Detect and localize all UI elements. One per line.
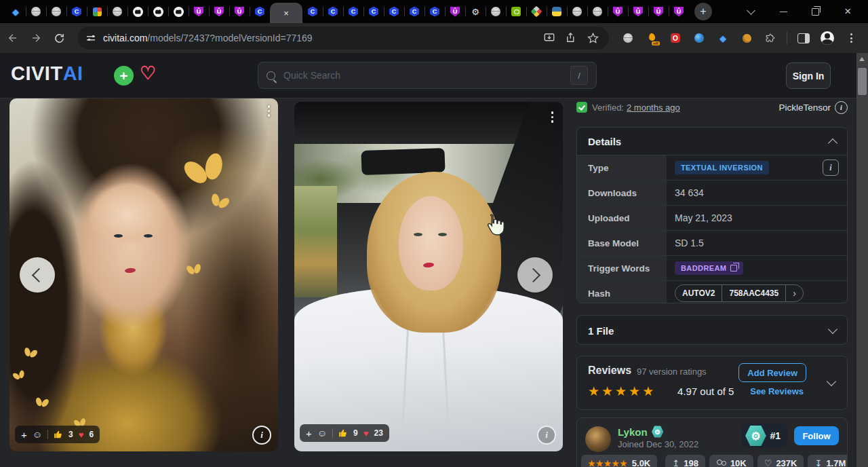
creator-stat-users[interactable]: 10K xyxy=(709,455,753,467)
image-info-button[interactable]: i xyxy=(252,426,271,445)
pinned-tab-globe[interactable] xyxy=(26,0,46,23)
thumbs-up-icon[interactable] xyxy=(338,428,348,438)
side-panel-button[interactable] xyxy=(796,31,811,45)
share-icon[interactable] xyxy=(565,32,577,44)
copy-icon[interactable] xyxy=(730,265,737,272)
supporter-heart-icon[interactable]: ♡ xyxy=(140,62,156,84)
tab-globe[interactable] xyxy=(587,0,608,23)
pinned-tab-civitai[interactable]: C xyxy=(66,0,87,23)
tab-ublock[interactable]: Û xyxy=(669,0,689,23)
add-reaction-button[interactable]: + xyxy=(21,429,27,441)
sign-in-button[interactable]: Sign In xyxy=(786,62,831,89)
verified-time-link[interactable]: 2 months ago xyxy=(627,102,680,113)
tab-ublock[interactable]: Û xyxy=(648,0,669,23)
restore-button[interactable] xyxy=(806,1,826,22)
heart-reaction-button[interactable]: ♥ xyxy=(363,428,369,438)
install-app-icon[interactable] xyxy=(543,32,555,44)
profile-button[interactable] xyxy=(820,31,835,45)
extension-cookie[interactable] xyxy=(739,31,754,45)
pinned-tab-globe[interactable] xyxy=(107,0,127,23)
tab-civitai[interactable]: C xyxy=(323,0,343,23)
hash-pill[interactable]: AUTOV2 758AAC4435 › xyxy=(675,284,804,302)
type-info-button[interactable]: i xyxy=(823,160,839,176)
creator-stat-downloads[interactable]: ↧1.7M xyxy=(808,455,848,467)
gallery-image-1[interactable]: + ☺ 3 ♥ 6 i xyxy=(9,98,278,451)
details-header[interactable]: Details xyxy=(577,128,847,155)
heart-reaction-button[interactable]: ♥ xyxy=(79,430,84,440)
smiley-reaction-button[interactable]: ☺ xyxy=(317,428,327,438)
type-badge[interactable]: TEXTUAL INVERSION xyxy=(675,161,769,174)
pinned-tab-ublock[interactable]: Û xyxy=(209,0,229,23)
tab-globe[interactable] xyxy=(567,0,587,23)
tab-search-button[interactable] xyxy=(741,1,762,22)
thumbs-up-icon[interactable] xyxy=(54,430,63,439)
new-tab-button[interactable]: + xyxy=(694,3,712,20)
add-review-button[interactable]: Add Review xyxy=(738,363,806,382)
site-info-icon[interactable] xyxy=(87,35,95,42)
forward-button[interactable] xyxy=(26,28,46,48)
creator-stat-stars[interactable]: ★★★★★5.0K xyxy=(581,455,657,467)
format-info-icon[interactable]: i xyxy=(835,101,848,114)
search-input[interactable] xyxy=(282,69,570,81)
reload-button[interactable] xyxy=(49,28,69,48)
creator-avatar[interactable] xyxy=(585,426,611,452)
scroll-up-arrow[interactable] xyxy=(859,57,865,61)
chevron-down-icon[interactable] xyxy=(827,377,836,386)
search-box[interactable]: / xyxy=(258,62,597,89)
smiley-reaction-button[interactable]: ☺ xyxy=(33,429,42,440)
pinned-tab-github[interactable] xyxy=(168,0,189,23)
see-reviews-link[interactable]: See Reviews xyxy=(750,386,804,396)
follow-button[interactable]: Follow xyxy=(794,426,839,445)
tab-civitai[interactable]: C xyxy=(404,0,425,23)
tab-civitai[interactable]: C xyxy=(425,0,445,23)
tab-gear[interactable]: ⚙ xyxy=(465,0,486,23)
pinned-tab-ublock[interactable]: Û xyxy=(189,0,209,23)
extension-gem[interactable]: ◆ xyxy=(715,31,730,45)
gallery-image-2[interactable]: + ☺ 9 ♥ 23 i xyxy=(294,102,563,451)
pinned-tab-github[interactable] xyxy=(148,0,168,23)
bookmark-star-icon[interactable] xyxy=(587,32,599,45)
hash-expand-button[interactable]: › xyxy=(786,285,803,301)
tab-ublock[interactable]: Û xyxy=(445,0,465,23)
page-scrollbar[interactable] xyxy=(856,53,868,467)
extension-opera[interactable]: O xyxy=(668,31,683,45)
image-menu-button[interactable] xyxy=(264,101,275,121)
active-tab[interactable]: × xyxy=(270,3,302,23)
extension-fireoff[interactable] xyxy=(644,31,659,45)
close-tab-icon[interactable]: × xyxy=(283,8,289,18)
tab-ublock[interactable]: Û xyxy=(608,0,628,23)
pinned-tab-globe[interactable] xyxy=(46,0,66,23)
minimize-button[interactable] xyxy=(773,1,793,22)
pinned-tab-ublock[interactable]: Û xyxy=(229,0,250,23)
pinned-tab-store[interactable] xyxy=(87,0,107,23)
create-button[interactable]: + xyxy=(114,66,134,86)
civitai-logo[interactable]: CIVITAI xyxy=(11,62,83,85)
tab-civitai[interactable]: C xyxy=(363,0,384,23)
image-menu-button[interactable] xyxy=(547,107,558,127)
tab-python[interactable] xyxy=(547,0,567,23)
trigger-word-badge[interactable]: BADDREAM xyxy=(675,261,743,275)
tab-sd[interactable] xyxy=(526,0,547,23)
tab-ublock[interactable]: Û xyxy=(628,0,648,23)
tab-globe[interactable] xyxy=(486,0,506,23)
carousel-prev-button[interactable] xyxy=(20,257,55,293)
tab-civitai[interactable]: C xyxy=(343,0,363,23)
scroll-thumb[interactable] xyxy=(858,68,867,95)
creator-rank-badge[interactable]: ⚙ #1 xyxy=(742,424,787,448)
extension-sphere[interactable] xyxy=(692,31,707,45)
extension-puzzle[interactable] xyxy=(763,31,778,45)
tab-nvidia[interactable] xyxy=(506,0,526,23)
pinned-tab-civitai[interactable]: C xyxy=(250,0,270,23)
extension-globe[interactable] xyxy=(620,31,635,45)
pinned-tab-gem[interactable]: ◆ xyxy=(5,0,26,23)
creator-stat-hearts[interactable]: ♡237K xyxy=(757,455,804,467)
back-button[interactable] xyxy=(3,28,23,48)
url-bar[interactable]: civitai.com/models/72437?modelVersionId=… xyxy=(77,26,609,50)
browser-menu-button[interactable] xyxy=(844,31,859,45)
add-reaction-button[interactable]: + xyxy=(306,428,312,439)
tab-civitai[interactable]: C xyxy=(384,0,404,23)
carousel-next-button[interactable] xyxy=(517,257,553,293)
pinned-tab-github[interactable] xyxy=(127,0,148,23)
files-header[interactable]: 1 File xyxy=(577,316,847,345)
creator-name[interactable]: Lykon ⚙ xyxy=(618,426,664,438)
